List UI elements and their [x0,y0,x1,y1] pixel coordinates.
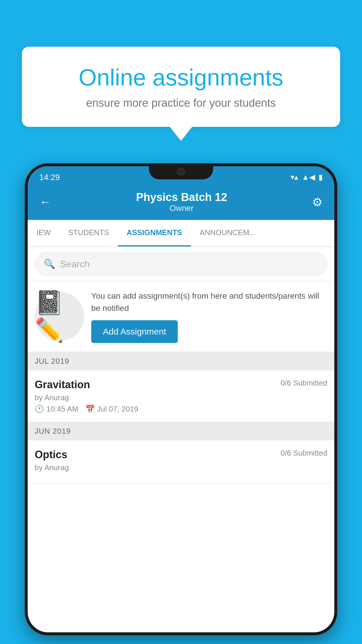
promo-text: You can add assignment(s) from here and … [91,290,326,314]
tab-announcements[interactable]: ANNOUNCEM... [191,220,264,246]
phone-mockup: 14:29 ▾▴ ▲◀ ▮ ← Physics Batch 12 Owner ⚙ [25,163,337,635]
battery-icon: ▮ [319,173,323,182]
wifi-icon: ▾▴ [291,173,298,182]
tabs-container: IEW STUDENTS ASSIGNMENTS ANNOUNCEM... [28,220,334,247]
promo-icon-circle: 📓✏️ [35,292,84,341]
app-header: ← Physics Batch 12 Owner ⚙ [28,185,334,220]
assignment-name: Gravitation [35,379,90,391]
add-assignment-promo: 📓✏️ You can add assignment(s) from here … [28,281,334,352]
clock-icon: 🕐 [35,405,44,414]
signal-icon: ▲◀ [302,173,315,182]
assignment-gravitation[interactable]: Gravitation 0/6 Submitted by Anurag 🕐 10… [28,370,334,422]
phone-screen: 14:29 ▾▴ ▲◀ ▮ ← Physics Batch 12 Owner ⚙ [28,166,334,632]
section-jun-2019: JUN 2019 [28,422,334,440]
search-bar[interactable]: 🔍 Search [35,252,327,276]
assignment-time: 10:45 AM [46,405,78,414]
tab-overview[interactable]: IEW [28,220,59,246]
assignment-time-row: 🕐 10:45 AM 📅 Jul 07, 2019 [35,405,327,414]
status-time: 14:29 [39,173,60,182]
header-subtitle: Owner [51,204,312,213]
status-icons: ▾▴ ▲◀ ▮ [291,173,323,182]
bubble-subtitle: ensure more practice for your students [42,97,320,109]
optics-submitted: 0/6 Submitted [281,449,327,458]
add-assignment-button[interactable]: Add Assignment [91,320,178,343]
header-center: Physics Batch 12 Owner [51,191,312,213]
tab-students[interactable]: STUDENTS [59,220,118,246]
assignment-optics[interactable]: Optics 0/6 Submitted by Anurag [28,440,334,483]
optics-row-top: Optics 0/6 Submitted [35,449,327,461]
promo-content: You can add assignment(s) from here and … [91,290,326,343]
calendar-icon: 📅 [85,405,95,414]
phone-camera [177,167,185,176]
bubble-title: Online assignments [42,64,320,91]
assignment-date: Jul 07, 2019 [97,405,138,414]
search-icon: 🔍 [44,258,55,270]
phone-notch [149,163,213,179]
speech-bubble-container: Online assignments ensure more practice … [22,47,340,127]
submitted-count: 0/6 Submitted [281,379,327,388]
section-jul-2019: JUL 2019 [28,352,334,370]
date-item: 📅 Jul 07, 2019 [85,405,138,414]
scrollable-content: 🔍 Search 📓✏️ You can add assignment(s) f… [28,247,334,632]
tab-assignments[interactable]: ASSIGNMENTS [118,220,191,246]
phone-outer: 14:29 ▾▴ ▲◀ ▮ ← Physics Batch 12 Owner ⚙ [25,163,337,635]
speech-bubble: Online assignments ensure more practice … [22,47,340,127]
assignment-author: by Anurag [35,393,327,402]
optics-name: Optics [35,449,67,461]
notebook-icon: 📓✏️ [35,289,84,344]
search-container: 🔍 Search [28,247,334,281]
header-title: Physics Batch 12 [51,191,312,204]
time-item: 🕐 10:45 AM [35,405,78,414]
back-button[interactable]: ← [39,195,51,209]
assignment-row-top: Gravitation 0/6 Submitted [35,379,327,391]
settings-icon[interactable]: ⚙ [312,195,323,209]
optics-author: by Anurag [35,463,327,472]
search-placeholder: Search [60,259,89,270]
